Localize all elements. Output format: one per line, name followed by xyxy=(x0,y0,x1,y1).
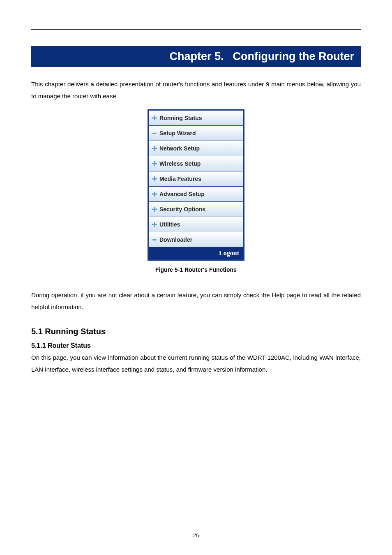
intro-paragraph: This chapter delivers a detailed present… xyxy=(31,79,361,102)
svg-rect-1 xyxy=(152,118,157,119)
figure-caption: Figure 5-1 Router's Functions xyxy=(31,266,361,273)
menu-item-network-setup[interactable]: Network Setup xyxy=(149,141,243,156)
menu-item-label: Security Options xyxy=(159,206,205,213)
menu-item-advanced-setup[interactable]: Advanced Setup xyxy=(149,187,243,202)
section-heading-5-1: 5.1 Running Status xyxy=(31,327,361,336)
section-paragraph: On this page, you can view information a… xyxy=(31,352,361,375)
svg-rect-5 xyxy=(152,163,157,164)
menu-item-security-options[interactable]: Security Options xyxy=(149,202,243,217)
menu-item-running-status[interactable]: Running Status xyxy=(149,111,243,126)
menu-item-label: Wireless Setup xyxy=(159,160,201,167)
menu-item-label: Utilities xyxy=(159,221,180,228)
chapter-heading-bar: Chapter 5.Configuring the Router xyxy=(31,46,361,67)
menu-item-label: Network Setup xyxy=(159,145,200,152)
chapter-number: Chapter 5. xyxy=(169,50,224,62)
help-paragraph: During operation, if you are not clear a… xyxy=(31,289,361,313)
logout-label: Logout xyxy=(219,250,239,257)
expand-plus-icon xyxy=(152,222,157,227)
menu-item-utilities[interactable]: Utilities xyxy=(149,217,243,232)
collapse-dash-icon xyxy=(152,237,157,242)
chapter-title: Configuring the Router xyxy=(233,50,354,62)
menu-item-label: Media Features xyxy=(159,176,201,182)
logout-link[interactable]: Logout xyxy=(149,247,243,259)
menu-item-label: Setup Wizard xyxy=(159,130,196,136)
menu-item-downloader[interactable]: Downloader xyxy=(149,232,243,247)
collapse-dash-icon xyxy=(152,131,157,136)
expand-plus-icon xyxy=(152,207,157,212)
svg-rect-11 xyxy=(152,209,157,210)
expand-plus-icon xyxy=(152,176,157,181)
svg-rect-13 xyxy=(152,224,157,225)
menu-item-media-features[interactable]: Media Features xyxy=(149,171,243,187)
router-menu-screenshot: Running StatusSetup WizardNetwork SetupW… xyxy=(148,109,244,261)
expand-plus-icon xyxy=(152,116,157,120)
expand-plus-icon xyxy=(152,161,157,166)
svg-rect-7 xyxy=(152,178,157,180)
menu-item-label: Downloader xyxy=(159,236,192,243)
top-divider xyxy=(31,29,361,30)
svg-rect-9 xyxy=(152,194,157,195)
expand-plus-icon xyxy=(152,146,157,151)
svg-rect-3 xyxy=(152,148,157,149)
menu-item-wireless-setup[interactable]: Wireless Setup xyxy=(149,156,243,171)
expand-plus-icon xyxy=(152,192,157,197)
section-heading-5-1-1: 5.1.1 Router Status xyxy=(31,342,361,349)
menu-item-label: Running Status xyxy=(159,115,202,121)
page-number: -25- xyxy=(0,532,392,539)
menu-item-label: Advanced Setup xyxy=(159,191,205,197)
menu-item-setup-wizard[interactable]: Setup Wizard xyxy=(149,126,243,141)
